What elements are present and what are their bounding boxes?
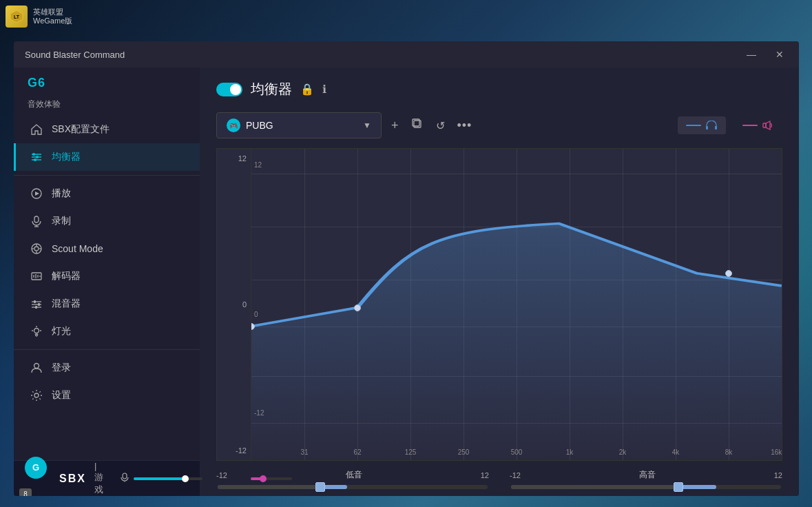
lighting-label: 灯光 — [52, 325, 71, 338]
bass-max-label: 12 — [481, 471, 489, 479]
svg-point-6 — [36, 156, 39, 158]
app-window: Sound Blaster Command — ✕ G6 音效体验 SBX配置文… — [14, 41, 799, 496]
freq-500: 500 — [511, 448, 523, 456]
bottom-bar: G 8 SBX | 游戏 — [14, 460, 200, 496]
decoder-label: 解码器 — [52, 270, 81, 282]
sidebar-item-lighting[interactable]: 灯光 — [14, 318, 200, 345]
treble-max-label: 12 — [774, 471, 782, 479]
treble-slider-thumb[interactable] — [674, 482, 683, 492]
headphone-device-button[interactable] — [678, 116, 726, 134]
minimize-button[interactable]: — — [742, 48, 760, 61]
device-badge: 8 — [19, 488, 32, 497]
sidebar-item-mixer[interactable]: 混音器 — [14, 290, 200, 318]
eq-curve-svg — [251, 149, 782, 460]
mixer-icon — [30, 297, 43, 311]
sidebar-divider-2 — [14, 349, 200, 350]
bass-slider-track[interactable] — [218, 485, 488, 489]
vol-slider[interactable] — [251, 477, 292, 480]
sidebar-item-decoder[interactable]: 解码器 — [14, 262, 200, 290]
svg-point-30 — [34, 329, 39, 333]
svg-marker-9 — [35, 192, 39, 196]
svg-point-7 — [34, 158, 37, 161]
eq-lock-icon[interactable]: 🔒 — [300, 83, 314, 96]
window-titlebar: Sound Blaster Command — ✕ — [14, 41, 799, 68]
eq-point-8k[interactable] — [725, 270, 732, 277]
svg-point-35 — [34, 364, 39, 369]
preset-name: PUBG — [246, 120, 357, 131]
add-preset-button[interactable]: + — [388, 116, 402, 136]
scout-mode-label: Scout Mode — [52, 243, 103, 254]
record-label: 录制 — [52, 215, 71, 227]
svg-point-14 — [34, 247, 39, 251]
sidebar-divider-1 — [14, 175, 200, 176]
treble-title: 高音 — [526, 469, 769, 481]
sbx-brand-sub: | 游戏 — [94, 461, 103, 496]
freq-4k: 4k — [672, 448, 680, 456]
wegame-text-block: 英雄联盟 WeGame版 — [33, 8, 72, 25]
sidebar-item-record[interactable]: 录制 — [14, 207, 200, 235]
mic-area — [120, 473, 202, 484]
svg-rect-28 — [38, 303, 40, 306]
eq-point-62[interactable] — [354, 304, 361, 311]
freq-250: 250 — [458, 448, 470, 456]
device-icon: G — [25, 457, 47, 479]
gear-icon — [30, 389, 43, 402]
svg-rect-43 — [715, 126, 717, 130]
user-icon — [30, 361, 43, 375]
toggle-knob — [230, 84, 241, 95]
bass-slider-thumb[interactable] — [315, 482, 325, 492]
mixer-label: 混音器 — [52, 298, 81, 310]
eq-toggle[interactable] — [216, 83, 242, 96]
sidebar-section-label: 音效体验 — [14, 96, 200, 116]
sidebar-brand: G6 — [14, 68, 200, 96]
freq-1k: 1k — [566, 448, 574, 456]
svg-rect-10 — [34, 216, 39, 223]
sidebar-item-equalizer[interactable]: 均衡器 — [14, 143, 200, 171]
eq-chart-area: 12 0 -12 — [200, 148, 799, 461]
sidebar-item-settings[interactable]: 设置 — [14, 382, 200, 409]
treble-slider-track[interactable] — [511, 485, 781, 489]
preset-game-icon: 🎮 — [227, 118, 240, 132]
close-button[interactable]: ✕ — [771, 48, 788, 61]
copy-preset-button[interactable] — [408, 115, 426, 136]
settings-label: 设置 — [52, 389, 71, 402]
svg-point-36 — [34, 393, 39, 397]
login-label: 登录 — [52, 362, 71, 374]
eq-info-icon[interactable]: ℹ — [322, 83, 326, 96]
svg-text:LT: LT — [14, 14, 20, 19]
freq-62: 62 — [353, 448, 361, 456]
svg-rect-29 — [35, 306, 37, 309]
sidebar-item-scout-mode[interactable]: Scout Mode — [14, 235, 200, 262]
preset-select[interactable]: 🎮 PUBG ▼ — [216, 112, 382, 138]
mic-slider[interactable] — [134, 477, 202, 480]
main-content: 均衡器 🔒 ℹ 🎮 PUBG ▼ + — [200, 68, 799, 496]
svg-rect-37 — [123, 473, 127, 479]
treble-slider-labels: -12 高音 12 — [510, 469, 782, 481]
speaker-device-button[interactable] — [734, 116, 782, 134]
mic-icon — [30, 214, 43, 228]
playback-icon — [30, 187, 43, 200]
svg-rect-27 — [34, 300, 36, 303]
wegame-logo: LT — [6, 6, 28, 28]
svg-marker-45 — [766, 121, 770, 130]
sidebar-item-login[interactable]: 登录 — [14, 354, 200, 382]
home-icon — [30, 123, 43, 136]
more-options-button[interactable]: ••• — [455, 116, 475, 136]
freq-16k: 16k — [771, 448, 782, 456]
scale-label-12-bot: -12 — [221, 446, 247, 455]
game-title: 英雄联盟 — [33, 8, 72, 17]
app-body: G6 音效体验 SBX配置文件 — [14, 68, 799, 496]
treble-slider-group: -12 高音 12 — [510, 469, 782, 489]
sbx-brand-text: SBX — [59, 473, 86, 485]
sidebar-item-playback[interactable]: 播放 — [14, 180, 200, 207]
wegame-titlebar: LT 英雄联盟 WeGame版 — [6, 6, 72, 28]
sbx-config-label: SBX配置文件 — [52, 123, 110, 136]
device-selector — [678, 116, 782, 134]
reset-preset-button[interactable]: ↺ — [433, 116, 448, 135]
treble-min-label: -12 — [510, 471, 521, 479]
mic-status-icon — [120, 473, 129, 484]
sidebar-item-sbx-config[interactable]: SBX配置文件 — [14, 116, 200, 143]
freq-125: 125 — [405, 448, 417, 456]
eq-header: 均衡器 🔒 ℹ — [200, 68, 799, 108]
svg-point-5 — [32, 153, 35, 156]
